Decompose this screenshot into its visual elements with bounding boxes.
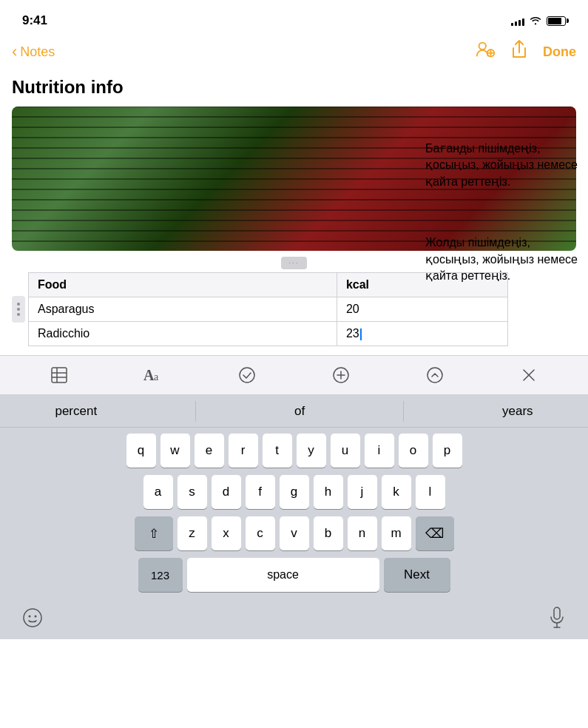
battery-icon (547, 16, 566, 26)
table-col-food: Food (29, 273, 337, 297)
key-f[interactable]: f (246, 475, 275, 509)
back-button[interactable]: ‹ Notes (12, 42, 55, 61)
key-w[interactable]: w (160, 434, 190, 468)
toolbar-format-icon[interactable]: A a (140, 362, 166, 388)
key-g[interactable]: g (280, 475, 309, 509)
key-r[interactable]: r (229, 434, 258, 468)
svg-point-10 (240, 368, 254, 382)
annotation-text-2: Жолды пішімдеңіз, қосыңыз, жойыңыз немес… (425, 235, 581, 284)
svg-text:A: A (143, 367, 155, 383)
back-label: Notes (20, 44, 55, 60)
shift-key[interactable]: ⇧ (135, 516, 173, 550)
key-y[interactable]: y (297, 434, 326, 468)
key-i[interactable]: i (365, 434, 394, 468)
toolbar: A a (0, 355, 588, 395)
annotation-area: Бағанды пішімдеңіз, қосыңыз, жойыңыз нем… (425, 141, 581, 328)
key-u[interactable]: u (331, 434, 360, 468)
table-cell-food-1: Asparagus (29, 297, 337, 322)
key-m[interactable]: m (382, 516, 411, 550)
add-person-icon[interactable] (475, 39, 496, 64)
key-v[interactable]: v (280, 516, 309, 550)
key-d[interactable]: d (212, 475, 241, 509)
key-row-2: a s d f g h j k l (3, 475, 585, 509)
key-e[interactable]: e (195, 434, 224, 468)
key-p[interactable]: p (433, 434, 462, 468)
key-l[interactable]: l (416, 475, 445, 509)
status-icons (511, 15, 566, 27)
next-key[interactable]: Next (384, 558, 450, 592)
drag-dots: ··· (281, 257, 306, 269)
key-row-1: q w e r t y u i o p (3, 434, 585, 468)
svg-text:a: a (154, 371, 159, 382)
predictive-bar: percent of years (0, 395, 588, 428)
row-handle[interactable] (12, 296, 25, 323)
key-k[interactable]: k (382, 475, 411, 509)
svg-point-0 (479, 43, 486, 50)
toolbar-check-icon[interactable] (234, 362, 260, 388)
svg-point-17 (24, 609, 41, 627)
toolbar-add-icon[interactable] (328, 362, 354, 388)
svg-rect-4 (52, 368, 67, 382)
bottom-bar (0, 602, 588, 639)
toolbar-close-icon[interactable] (516, 362, 542, 388)
back-chevron-icon: ‹ (12, 42, 17, 61)
key-a[interactable]: a (143, 475, 173, 509)
key-z[interactable]: z (178, 516, 207, 550)
key-q[interactable]: q (126, 434, 156, 468)
key-j[interactable]: j (348, 475, 377, 509)
text-cursor (360, 328, 362, 340)
toolbar-table-icon[interactable] (46, 362, 72, 388)
table-cell-food-2: Radicchio (29, 322, 337, 346)
nav-right-actions: Done (475, 39, 576, 64)
nav-bar: ‹ Notes Done (0, 33, 588, 71)
svg-point-18 (29, 616, 31, 618)
number-key[interactable]: 123 (138, 558, 183, 592)
key-o[interactable]: o (399, 434, 428, 468)
keyboard: q w e r t y u i o p a s d f g h j k l ⇧ … (0, 428, 588, 602)
predictive-word-2[interactable]: of (283, 401, 317, 422)
predictive-divider-2 (403, 401, 404, 422)
key-row-4: 123 space Next (3, 558, 585, 592)
key-row-3: ⇧ z x c v b n m ⌫ (3, 516, 585, 550)
status-bar: 9:41 (0, 0, 588, 33)
svg-point-19 (35, 616, 37, 618)
phone-frame: 9:41 ‹ Notes (0, 0, 588, 728)
key-s[interactable]: s (178, 475, 207, 509)
annotation-text-1: Бағанды пішімдеңіз, қосыңыз, жойыңыз нем… (425, 141, 581, 190)
toolbar-send-icon[interactable] (422, 362, 448, 388)
predictive-word-3[interactable]: years (490, 401, 545, 422)
mic-icon[interactable] (548, 607, 566, 633)
predictive-word-1[interactable]: percent (43, 401, 109, 422)
wifi-icon (529, 15, 542, 27)
signal-icon (511, 16, 524, 26)
key-c[interactable]: c (246, 516, 275, 550)
key-t[interactable]: t (263, 434, 292, 468)
key-b[interactable]: b (314, 516, 343, 550)
backspace-key[interactable]: ⌫ (416, 516, 454, 550)
key-x[interactable]: x (212, 516, 241, 550)
share-icon[interactable] (510, 39, 528, 64)
emoji-icon[interactable] (22, 607, 43, 633)
done-button[interactable]: Done (543, 44, 576, 60)
svg-point-14 (428, 368, 442, 382)
predictive-divider-1 (195, 401, 196, 422)
svg-rect-20 (554, 607, 560, 619)
space-key[interactable]: space (187, 558, 379, 592)
key-h[interactable]: h (314, 475, 343, 509)
status-time: 9:41 (22, 13, 47, 28)
note-title[interactable]: Nutrition info (12, 77, 576, 98)
key-n[interactable]: n (348, 516, 377, 550)
